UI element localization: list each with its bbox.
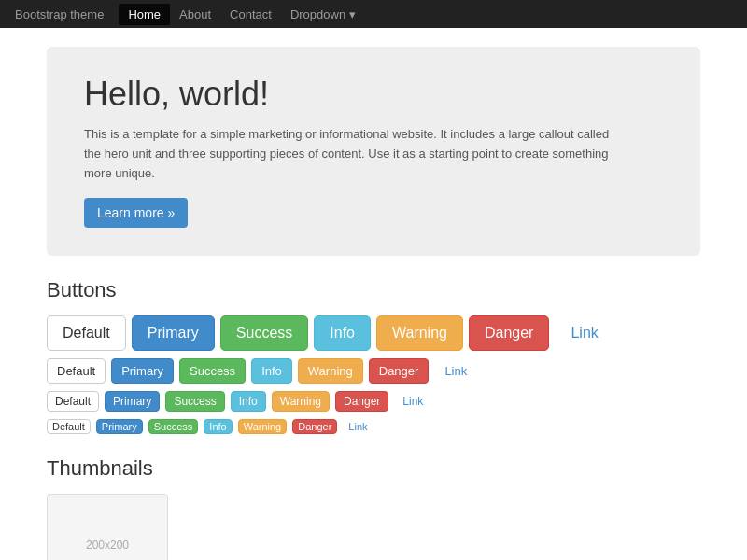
btn-info-md[interactable]: Info — [251, 358, 292, 384]
hero-unit: Hello, world! This is a template for a s… — [47, 47, 700, 256]
btn-success-sm[interactable]: Success — [165, 391, 224, 412]
buttons-section-title: Buttons — [47, 278, 700, 302]
button-row-large: Default Primary Success Info Warning Dan… — [47, 315, 700, 351]
btn-default-xs[interactable]: Default — [47, 419, 91, 434]
btn-primary-sm[interactable]: Primary — [105, 391, 160, 412]
btn-success-xs[interactable]: Success — [148, 419, 199, 434]
btn-success-lg[interactable]: Success — [220, 315, 308, 351]
btn-link-xs[interactable]: Link — [343, 419, 373, 434]
btn-warning-xs[interactable]: Warning — [238, 419, 288, 434]
btn-info-sm[interactable]: Info — [231, 391, 266, 412]
btn-primary-lg[interactable]: Primary — [132, 315, 215, 351]
nav-item-home[interactable]: Home — [119, 4, 170, 25]
thumbnails-section: Thumbnails 200x200 — [47, 456, 700, 560]
btn-success-md[interactable]: Success — [179, 358, 246, 384]
btn-link-sm[interactable]: Link — [394, 391, 431, 412]
nav-items: Home About Contact Dropdown ▾ — [119, 4, 365, 25]
thumbnails-section-title: Thumbnails — [47, 456, 700, 481]
btn-warning-lg[interactable]: Warning — [376, 315, 463, 351]
btn-warning-sm[interactable]: Warning — [272, 391, 330, 412]
hero-description: This is a template for a simple marketin… — [84, 125, 626, 183]
nav-item-about[interactable]: About — [170, 4, 220, 25]
btn-default-sm[interactable]: Default — [47, 391, 99, 412]
btn-link-md[interactable]: Link — [434, 358, 477, 384]
button-row-small: Default Primary Success Info Warning Dan… — [47, 391, 700, 412]
button-row-default: Default Primary Success Info Warning Dan… — [47, 358, 700, 384]
button-row-xsmall: Default Primary Success Info Warning Dan… — [47, 419, 700, 434]
thumbnail-label: 200x200 — [86, 539, 129, 552]
chevron-down-icon: ▾ — [349, 7, 356, 21]
nav-item-contact[interactable]: Contact — [220, 4, 281, 25]
thumbnail-item: 200x200 — [47, 494, 168, 560]
learn-more-button[interactable]: Learn more » — [84, 198, 188, 228]
hero-title: Hello, world! — [84, 75, 663, 114]
btn-warning-md[interactable]: Warning — [298, 358, 363, 384]
btn-info-xs[interactable]: Info — [204, 419, 232, 434]
btn-link-lg[interactable]: Link — [555, 315, 613, 351]
buttons-section: Buttons Default Primary Success Info War… — [47, 278, 700, 434]
btn-info-lg[interactable]: Info — [314, 315, 371, 351]
btn-default-lg[interactable]: Default — [47, 315, 126, 351]
btn-primary-xs[interactable]: Primary — [96, 419, 143, 434]
btn-danger-lg[interactable]: Danger — [469, 315, 549, 351]
navbar-brand[interactable]: Bootstrap theme — [15, 7, 104, 21]
btn-default-md[interactable]: Default — [47, 358, 106, 384]
navbar: Bootstrap theme Home About Contact Dropd… — [0, 0, 747, 28]
btn-primary-md[interactable]: Primary — [111, 358, 174, 384]
btn-danger-xs[interactable]: Danger — [292, 419, 337, 434]
btn-danger-md[interactable]: Danger — [369, 358, 430, 384]
nav-item-dropdown[interactable]: Dropdown ▾ — [281, 4, 365, 25]
main-container: Hello, world! This is a template for a s… — [33, 28, 714, 560]
btn-danger-sm[interactable]: Danger — [335, 391, 388, 412]
